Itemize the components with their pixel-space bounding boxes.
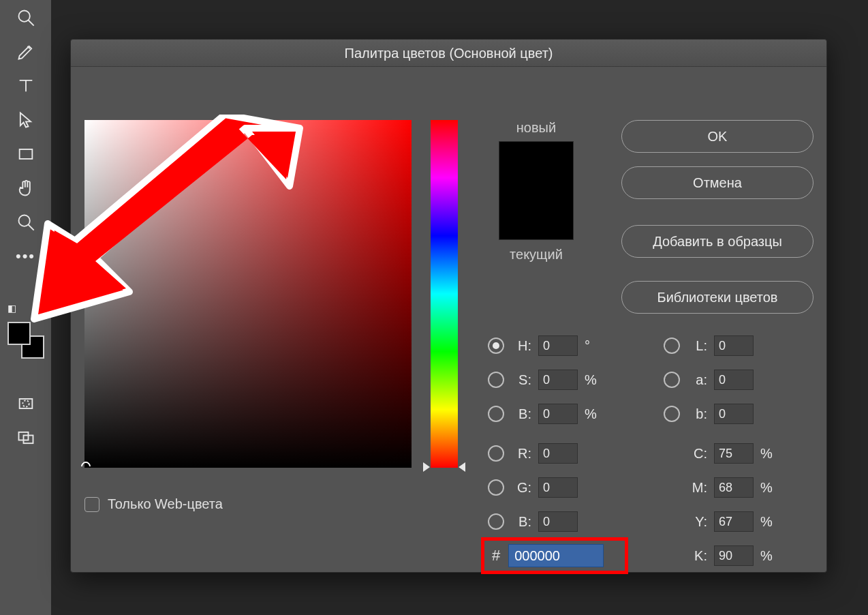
svg-line-1 (28, 20, 33, 26)
lab-b-radio[interactable] (664, 406, 680, 422)
hsb-s-unit: % (585, 372, 600, 388)
magnify-tool[interactable] (9, 5, 43, 30)
rgb-g-row: G: (488, 477, 600, 498)
hsb-h-radio[interactable] (488, 338, 504, 354)
zoom-tool[interactable] (9, 210, 43, 235)
cancel-button[interactable]: Отмена (621, 166, 813, 199)
hsb-h-input[interactable] (538, 335, 578, 356)
rgb-r-row: R: (488, 443, 600, 464)
web-only-label: Только Web-цвета (108, 496, 223, 512)
hsb-b-unit: % (585, 406, 600, 422)
rgb-b-input[interactable] (538, 511, 578, 532)
pen-tool[interactable] (9, 40, 43, 64)
rectangle-tool[interactable] (9, 142, 43, 166)
cmyk-y-unit: % (760, 514, 775, 530)
cmyk-k-input[interactable] (714, 545, 754, 566)
add-swatch-button[interactable]: Добавить в образцы (621, 225, 813, 258)
foreground-color-swatch[interactable] (7, 322, 31, 345)
hsb-h-label: H: (511, 338, 531, 354)
cmyk-k-label: K: (687, 548, 707, 564)
cmyk-m-input[interactable] (714, 477, 754, 498)
hue-strip[interactable] (431, 120, 458, 468)
lab-a-input[interactable] (714, 370, 754, 390)
tools-toolbar: ••• ◧ ⤡ (0, 0, 51, 615)
rgb-b-row: B: (488, 511, 600, 532)
current-label: текущий (492, 247, 580, 262)
cmyk-m-label: M: (687, 480, 707, 496)
path-select-tool[interactable] (9, 108, 43, 132)
hex-label: # (492, 547, 500, 565)
hsb-h-unit: ° (585, 338, 600, 354)
color-libraries-button[interactable]: Библиотеки цветов (621, 281, 813, 314)
dialog-body: новый текущий OK Отмена Добавить в образ… (71, 67, 826, 572)
color-picker-dialog: Палитра цветов (Основной цвет) новый тек… (70, 39, 827, 573)
more-tools[interactable]: ••• (9, 244, 43, 269)
lab-l-row: L: (664, 335, 775, 356)
lab-a-radio[interactable] (664, 372, 680, 388)
hue-handle-icon (459, 462, 465, 472)
lab-a-label: a: (687, 372, 707, 388)
lab-l-input[interactable] (714, 335, 754, 356)
lab-b-input[interactable] (714, 404, 754, 424)
cmyk-c-row: C: % (664, 443, 775, 464)
rgb-r-label: R: (511, 446, 531, 462)
svg-line-4 (28, 225, 33, 230)
cmyk-c-label: C: (687, 446, 707, 462)
new-label: новый (492, 120, 580, 136)
cmyk-y-input[interactable] (714, 511, 754, 532)
lab-b-row: b: (664, 404, 775, 424)
hue-handle-icon (423, 462, 430, 472)
cmyk-k-row: K: % (664, 545, 775, 566)
cmyk-c-input[interactable] (714, 443, 754, 464)
hsb-b-label: B: (511, 406, 531, 422)
color-field-pointer (79, 460, 93, 473)
dialog-title: Палитра цветов (Основной цвет) (71, 40, 826, 67)
cmyk-m-row: M: % (664, 477, 775, 498)
cmyk-k-unit: % (760, 548, 775, 564)
lab-l-radio[interactable] (664, 338, 680, 354)
lab-a-row: a: (664, 370, 775, 390)
cmyk-y-row: Y: % (664, 511, 775, 532)
type-tool[interactable] (9, 74, 43, 98)
cmyk-m-unit: % (760, 480, 775, 496)
swap-colors-icon[interactable]: ⤡ (36, 303, 44, 316)
quickmask-tool[interactable] (9, 391, 43, 416)
hsb-b-radio[interactable] (488, 406, 504, 422)
color-swatches-tool[interactable]: ◧ ⤡ (7, 322, 44, 359)
svg-point-0 (18, 11, 29, 22)
new-color-swatch[interactable] (499, 141, 574, 240)
web-only-checkbox[interactable] (84, 497, 99, 512)
lab-l-label: L: (687, 338, 707, 354)
hand-tool[interactable] (9, 176, 43, 200)
color-field[interactable] (84, 120, 412, 468)
hex-input[interactable] (508, 544, 604, 567)
lab-b-label: b: (687, 406, 707, 422)
svg-point-3 (18, 215, 29, 226)
hsb-s-label: S: (511, 372, 531, 388)
hsb-s-radio[interactable] (488, 372, 504, 388)
svg-rect-5 (19, 399, 32, 408)
screenmode-tool[interactable] (9, 425, 43, 450)
rgb-g-input[interactable] (538, 477, 578, 498)
ok-button[interactable]: OK (621, 120, 813, 153)
hsb-h-row: H: ° (488, 335, 600, 356)
hex-row: # (492, 544, 604, 567)
hsb-s-row: S: % (488, 370, 600, 390)
cmyk-c-unit: % (760, 446, 775, 462)
svg-rect-2 (19, 149, 32, 159)
swatch-preview: новый текущий (492, 120, 580, 262)
rgb-g-radio[interactable] (488, 479, 504, 496)
svg-point-6 (22, 400, 29, 406)
web-only-row: Только Web-цвета (84, 496, 223, 512)
rgb-g-label: G: (511, 480, 531, 496)
hsb-b-input[interactable] (538, 404, 578, 424)
rgb-r-radio[interactable] (488, 445, 504, 462)
rgb-b-radio[interactable] (488, 513, 504, 530)
hsb-s-input[interactable] (538, 370, 578, 390)
default-colors-icon[interactable]: ◧ (7, 303, 16, 316)
cmyk-y-label: Y: (687, 514, 707, 530)
rgb-b-label: B: (511, 514, 531, 530)
hsb-b-row: B: % (488, 404, 600, 424)
rgb-r-input[interactable] (538, 443, 578, 464)
